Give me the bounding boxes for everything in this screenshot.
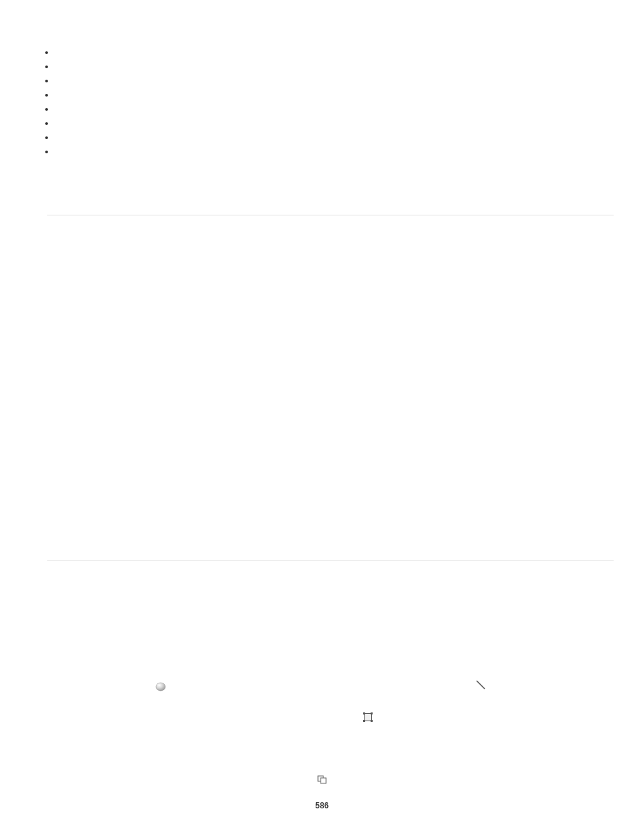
page-content	[0, 0, 644, 804]
page-footer: 586	[0, 775, 644, 810]
list-item	[55, 47, 614, 61]
list-item	[55, 118, 614, 132]
svg-rect-4	[371, 712, 373, 714]
svg-rect-8	[321, 778, 326, 783]
svg-point-0	[156, 683, 165, 691]
list-item	[55, 147, 614, 161]
bullet-list	[47, 47, 614, 161]
sphere-icon	[155, 682, 166, 691]
svg-rect-5	[363, 720, 365, 722]
rectangle-icon	[363, 712, 373, 724]
list-item	[55, 132, 614, 147]
page-number: 586	[0, 801, 644, 810]
icons-area	[47, 588, 614, 777]
figure-area	[47, 242, 614, 560]
list-item	[55, 76, 614, 90]
list-item	[55, 90, 614, 104]
copy-icon	[317, 775, 327, 786]
svg-rect-6	[371, 720, 373, 722]
svg-rect-3	[363, 712, 365, 714]
section-divider	[47, 560, 614, 561]
svg-rect-2	[365, 714, 372, 721]
list-item	[55, 104, 614, 118]
section-divider	[47, 215, 614, 215]
line-icon	[475, 679, 486, 692]
list-item	[55, 61, 614, 76]
svg-line-1	[477, 681, 485, 689]
